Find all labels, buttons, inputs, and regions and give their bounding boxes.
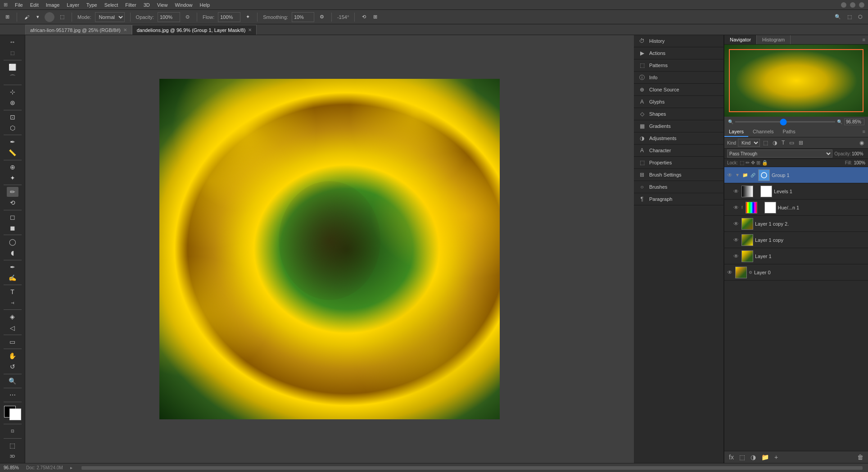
layer-row-layer0[interactable]: 👁 ⚙ Layer 0 xyxy=(724,264,868,281)
layer-adjust-btn[interactable]: ◑ xyxy=(749,453,758,462)
extra-btn[interactable]: ⊞ xyxy=(371,13,379,21)
opacity-input[interactable] xyxy=(158,12,180,22)
rectangle-tool[interactable]: ▭ xyxy=(7,337,18,347)
doc-tab-dandelions[interactable]: dandelions.jpg @ 96.9% (Group 1, Layer M… xyxy=(132,25,257,35)
crop-tool[interactable]: ⊡ xyxy=(7,112,18,122)
brush-tool-btn[interactable]: 🖌 xyxy=(23,14,31,21)
doc-tab-lion[interactable]: african-lion-951778.jpg @ 25% (RGB/8#) ✕ xyxy=(25,25,132,35)
tab-channels[interactable]: Channels xyxy=(748,127,778,137)
frame-tool[interactable]: ⬡ xyxy=(7,123,18,133)
layer-fx-btn[interactable]: fx xyxy=(727,453,736,462)
layer-group-btn[interactable]: 📁 xyxy=(760,453,771,462)
panel-info[interactable]: ⓘ Info xyxy=(634,72,723,84)
layer-eye-group1[interactable]: 👁 xyxy=(727,172,733,178)
3d-mode-btn[interactable]: 3D xyxy=(7,451,18,461)
group-expand-icon[interactable]: ▼ xyxy=(735,172,740,177)
eraser-tool[interactable]: ◻ xyxy=(7,212,18,222)
fill-tool[interactable]: ◼ xyxy=(7,223,18,233)
object-select-tool[interactable]: ⊹ xyxy=(7,87,18,97)
layer-delete-btn[interactable]: 🗑 xyxy=(855,453,865,462)
menu-3d[interactable]: 3D xyxy=(144,2,150,8)
layer-eye-levels1[interactable]: 👁 xyxy=(733,188,740,195)
brush-tool[interactable]: ✏ xyxy=(7,187,18,197)
zoom-in-icon[interactable]: 🔍 xyxy=(837,119,842,124)
panel-patterns[interactable]: ⬚ Patterns xyxy=(634,59,723,72)
panel-brushes[interactable]: ○ Brushes xyxy=(634,181,723,193)
panel-paragraph[interactable]: ¶ Paragraph xyxy=(634,193,723,205)
smoothing-options-btn[interactable]: ⚙ xyxy=(318,13,326,21)
panel-clone-source[interactable]: ⊕ Clone Source xyxy=(634,84,723,96)
rectangular-marquee-tool[interactable]: ⬜ xyxy=(7,62,18,72)
layer-eye-layer0[interactable]: 👁 xyxy=(727,269,733,276)
layer-row-layer1[interactable]: 👁 Layer 1 xyxy=(724,248,868,264)
layer-eye-hue1[interactable]: 👁 xyxy=(733,204,740,211)
smoothing-input[interactable] xyxy=(292,12,314,22)
quick-select-tool[interactable]: ⊛ xyxy=(7,98,18,108)
screen-mode-btn[interactable]: ⬚ xyxy=(7,440,18,450)
pen-tool[interactable]: ✒ xyxy=(7,262,18,272)
zoom-tool[interactable]: 🔍 xyxy=(7,376,18,386)
artboard-tool[interactable]: ⬚ xyxy=(7,48,18,58)
layer-row-hue1[interactable]: 👁 f Hue/...n 1 xyxy=(724,200,868,216)
panel-history[interactable]: ⏱ History xyxy=(634,35,723,47)
layer-eye-l1copy[interactable]: 👁 xyxy=(733,237,740,243)
rotate-tool[interactable]: ↺ xyxy=(7,362,18,372)
menu-file[interactable]: File xyxy=(15,2,23,8)
lock-position-icon[interactable]: ✥ xyxy=(751,160,755,166)
spot-heal-tool[interactable]: ⊕ xyxy=(7,162,18,172)
zoom-out-icon[interactable]: 🔍 xyxy=(728,119,733,124)
panel-brush-settings[interactable]: ⊞ Brush Settings xyxy=(634,169,723,181)
layer-kind-select[interactable]: Kind xyxy=(738,139,760,147)
tab-histogram[interactable]: Histogram xyxy=(757,35,791,44)
opacity-options-btn[interactable]: ⊙ xyxy=(184,13,191,21)
history-brush-tool[interactable]: ⟲ xyxy=(7,198,18,208)
layer-eye-layer1[interactable]: 👁 xyxy=(733,253,740,259)
search-btn[interactable]: 🔍 xyxy=(833,13,843,21)
background-color[interactable] xyxy=(9,408,21,420)
menu-edit[interactable]: Edit xyxy=(30,2,39,8)
lock-artboard-icon[interactable]: ⊞ xyxy=(756,160,760,166)
lock-transparent-icon[interactable]: ⬚ xyxy=(740,160,744,166)
filter-shape-btn[interactable]: ▭ xyxy=(788,139,796,146)
tab-paths[interactable]: Paths xyxy=(778,127,800,137)
home-icon[interactable]: ⊞ xyxy=(4,2,8,8)
layer-blend-select[interactable]: Pass Through xyxy=(727,150,832,158)
path-select-tool[interactable]: ◈ xyxy=(7,312,18,322)
zoom-value-input[interactable] xyxy=(844,118,864,125)
filter-toggle-btn[interactable]: ◉ xyxy=(858,139,865,146)
zoom-slider[interactable] xyxy=(735,121,835,123)
blur-tool[interactable]: ◯ xyxy=(7,237,18,247)
minimize-button[interactable] xyxy=(841,2,846,8)
filter-smart-btn[interactable]: ⊞ xyxy=(797,139,805,146)
type-tool[interactable]: T xyxy=(7,287,18,297)
menu-view[interactable]: View xyxy=(157,2,168,8)
direct-select-tool[interactable]: ◁ xyxy=(7,323,18,333)
dodge-tool[interactable]: ◖ xyxy=(7,248,18,258)
menu-filter[interactable]: Filter xyxy=(125,2,136,8)
menu-image[interactable]: Image xyxy=(46,2,60,8)
move-tool[interactable]: ↔ xyxy=(7,37,18,47)
vertical-type-tool[interactable]: T xyxy=(7,298,18,308)
blend-mode-select[interactable]: Normal xyxy=(95,12,125,22)
quick-mask-btn[interactable]: ⊡ xyxy=(7,426,18,436)
tab-layers[interactable]: Layers xyxy=(724,127,748,137)
filter-adjust-btn[interactable]: ◑ xyxy=(771,139,778,146)
freeform-pen-tool[interactable]: ✍ xyxy=(7,273,18,283)
layers-options-btn[interactable]: ≡ xyxy=(860,127,868,137)
menu-type[interactable]: Type xyxy=(86,2,97,8)
panel-glyphs[interactable]: A Glyphs xyxy=(634,96,723,108)
eyedropper-tool[interactable]: ✒ xyxy=(7,137,18,147)
menu-help[interactable]: Help xyxy=(200,2,210,8)
flow-input[interactable] xyxy=(218,12,240,22)
clone-stamp-tool[interactable]: ✦ xyxy=(7,173,18,183)
lock-all-icon[interactable]: 🔒 xyxy=(762,160,768,166)
panel-actions[interactable]: ▶ Actions xyxy=(634,47,723,59)
status-arrow[interactable]: ▸ xyxy=(70,465,72,470)
airbrush-btn[interactable]: ✦ xyxy=(244,13,252,21)
menu-select[interactable]: Select xyxy=(104,2,118,8)
brush-preset-btn[interactable]: ⬚ xyxy=(58,13,66,21)
filter-pixel-btn[interactable]: ⬚ xyxy=(762,139,769,146)
doc-tab-lion-close[interactable]: ✕ xyxy=(123,27,127,32)
brush-options-btn[interactable]: ▾ xyxy=(35,13,41,21)
ruler-tool[interactable]: 📏 xyxy=(7,148,18,158)
